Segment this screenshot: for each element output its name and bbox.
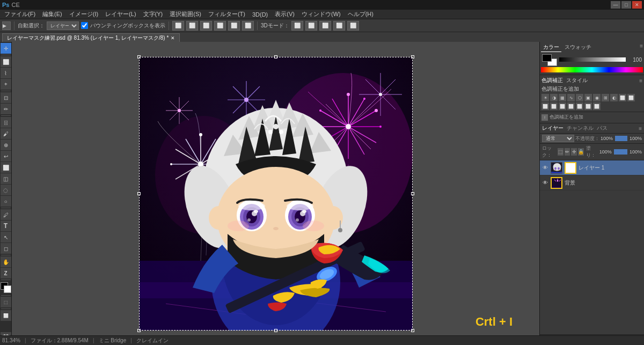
- adj-colorbalance-icon[interactable]: ⊞: [602, 94, 609, 101]
- transform-handle-br[interactable]: [411, 329, 414, 332]
- adj-photof-icon[interactable]: ⬜: [619, 94, 626, 101]
- crop-tool[interactable]: ⊡: [1, 92, 11, 103]
- hand-tool[interactable]: ✋: [1, 256, 11, 267]
- menu-image[interactable]: イメージ(I): [66, 10, 101, 19]
- zoom-tool[interactable]: Z: [1, 268, 11, 278]
- adj-extra-icon[interactable]: ⬜: [593, 102, 601, 110]
- adj-invert-icon[interactable]: ⬜: [550, 102, 558, 110]
- lasso-tool[interactable]: ⌇: [1, 68, 11, 78]
- dodge-tool[interactable]: ○: [1, 196, 11, 207]
- lock-all-icon[interactable]: 🔒: [578, 148, 584, 156]
- document-tab[interactable]: レイヤーマスク練習.psd @ 81.3% (レイヤー 1, レイヤーマスク/8…: [2, 33, 180, 42]
- menu-view[interactable]: 表示(V): [272, 10, 298, 19]
- transform-handle-mr[interactable]: [411, 192, 414, 195]
- align-vcenter-btn[interactable]: ⬜: [186, 21, 198, 31]
- move-tool[interactable]: ✛: [1, 43, 11, 54]
- menu-file[interactable]: ファイル(F): [1, 10, 39, 19]
- adj-exposure-icon[interactable]: ⬡: [576, 94, 583, 101]
- align-hcenter-btn[interactable]: ⬜: [228, 21, 240, 31]
- align-bottom-btn[interactable]: ⬜: [200, 21, 212, 31]
- adj-curves-icon[interactable]: ∿: [567, 94, 575, 101]
- show-transform-checkbox[interactable]: [81, 22, 88, 29]
- menu-text[interactable]: 文字(Y): [140, 10, 166, 19]
- eyedropper-tool[interactable]: ✏: [1, 104, 11, 114]
- adj-mixchan-icon[interactable]: ⬜: [627, 94, 635, 101]
- layers-tab-paths[interactable]: パス: [597, 124, 608, 132]
- menu-layer[interactable]: レイヤー(L): [102, 10, 139, 19]
- transform-handle-bm[interactable]: [274, 329, 277, 332]
- text-tool[interactable]: T: [1, 221, 11, 231]
- shape-tool[interactable]: ◻: [1, 243, 11, 254]
- align-right-btn[interactable]: ⬜: [242, 21, 254, 31]
- color-panel-menu-icon[interactable]: ≡: [640, 43, 643, 52]
- 3d-rotate-btn[interactable]: ⬜: [291, 21, 303, 31]
- blend-mode-select[interactable]: 通常: [542, 135, 574, 142]
- brush-tool[interactable]: 🖌: [1, 128, 11, 139]
- menu-edit[interactable]: 編集(E): [39, 10, 65, 19]
- adj-levels-icon[interactable]: ▦: [559, 94, 566, 101]
- minimize-button[interactable]: —: [611, 1, 620, 9]
- lock-transparent-icon[interactable]: ⬚: [558, 148, 564, 156]
- lock-position-icon[interactable]: ✛: [571, 148, 577, 156]
- adj-panel-menu-icon[interactable]: ≡: [639, 78, 642, 84]
- blur-tool[interactable]: ◌: [1, 185, 11, 195]
- layers-panel-menu-icon[interactable]: ≡: [639, 126, 642, 131]
- adj-vibrance-icon[interactable]: ▣: [584, 94, 592, 101]
- canvas-area[interactable]: Crtl + I: [12, 42, 539, 345]
- transform-handle-ml[interactable]: [137, 192, 141, 195]
- 3d-roll-btn[interactable]: ⬜: [305, 21, 317, 31]
- adj-tab-color[interactable]: 色調補正: [541, 77, 563, 84]
- healing-tool[interactable]: ⌻: [1, 117, 11, 128]
- fg-bg-color-selector[interactable]: [542, 54, 557, 66]
- adj-brightness-icon[interactable]: ☀: [541, 94, 549, 101]
- lock-pixels-icon[interactable]: ✏: [565, 148, 570, 156]
- close-button[interactable]: ✕: [632, 1, 642, 9]
- tab-close-icon[interactable]: ✕: [171, 35, 175, 41]
- adj-posterize-icon[interactable]: ⬜: [559, 102, 566, 110]
- eraser-tool[interactable]: ⬜: [1, 162, 11, 173]
- transform-handle-tr[interactable]: [411, 55, 414, 58]
- path-select-tool[interactable]: ↖: [1, 232, 11, 243]
- layer-bg-visibility-icon[interactable]: 👁: [542, 180, 548, 186]
- adj-tab-style[interactable]: スタイル: [566, 77, 588, 84]
- history-brush-tool[interactable]: ↩: [1, 151, 11, 162]
- menu-window[interactable]: ウィンドウ(W): [298, 10, 344, 19]
- adj-selectcolor-icon[interactable]: ⬜: [584, 102, 592, 110]
- pen-tool[interactable]: 🖊: [1, 209, 11, 220]
- transform-handle-tl[interactable]: [137, 55, 141, 58]
- foreground-color-swatch[interactable]: [1, 282, 11, 293]
- gradient-tool[interactable]: ◫: [1, 173, 11, 184]
- move-tool-options[interactable]: ▶: [2, 21, 11, 30]
- layers-tab-layers[interactable]: レイヤー: [542, 124, 564, 132]
- maximize-button[interactable]: □: [621, 1, 631, 9]
- marquee-tool[interactable]: ⬜: [1, 56, 11, 67]
- color-brightness-bar[interactable]: [559, 57, 626, 62]
- menu-filter[interactable]: フィルター(T): [205, 10, 248, 19]
- color-spectrum-bar[interactable]: [541, 67, 643, 72]
- menu-help[interactable]: ヘルプ(H): [345, 10, 377, 19]
- 3d-slide-btn[interactable]: ⬜: [333, 21, 345, 31]
- transform-handle-bl[interactable]: [137, 329, 141, 332]
- layer-row-1[interactable]: 👁: [540, 160, 644, 175]
- menu-select[interactable]: 選択範囲(S): [166, 10, 204, 19]
- color-tab-color[interactable]: カラー: [541, 43, 561, 52]
- layers-tab-channels[interactable]: チャンネル: [567, 124, 594, 132]
- layer-1-visibility-icon[interactable]: 👁: [542, 165, 548, 171]
- align-top-btn[interactable]: ⬜: [172, 21, 184, 31]
- clone-tool[interactable]: ⊕: [1, 140, 11, 150]
- adj-bw-icon[interactable]: ◐: [610, 94, 618, 101]
- auto-select-dropdown[interactable]: レイヤー: [47, 21, 79, 30]
- quick-select-tool[interactable]: ⌖: [1, 79, 11, 90]
- adj-threshold-icon[interactable]: ⬜: [567, 102, 575, 110]
- color-tab-swatches[interactable]: スウォッチ: [562, 43, 594, 52]
- 3d-pan-btn[interactable]: ⬜: [319, 21, 331, 31]
- align-left-btn[interactable]: ⬜: [214, 21, 226, 31]
- 3d-scale-btn[interactable]: ⬜: [347, 21, 359, 31]
- transform-handle-tm[interactable]: [274, 55, 277, 58]
- adj-hsl-icon[interactable]: ◉: [593, 94, 601, 101]
- layer-row-bg[interactable]: 👁 背景: [540, 175, 644, 190]
- quick-mask-btn[interactable]: ⬚: [1, 297, 11, 307]
- screen-mode-btn[interactable]: ⬜: [1, 310, 11, 321]
- menu-3d[interactable]: 3D(D): [249, 11, 271, 18]
- adj-colooklup-icon[interactable]: ⬜: [541, 102, 549, 110]
